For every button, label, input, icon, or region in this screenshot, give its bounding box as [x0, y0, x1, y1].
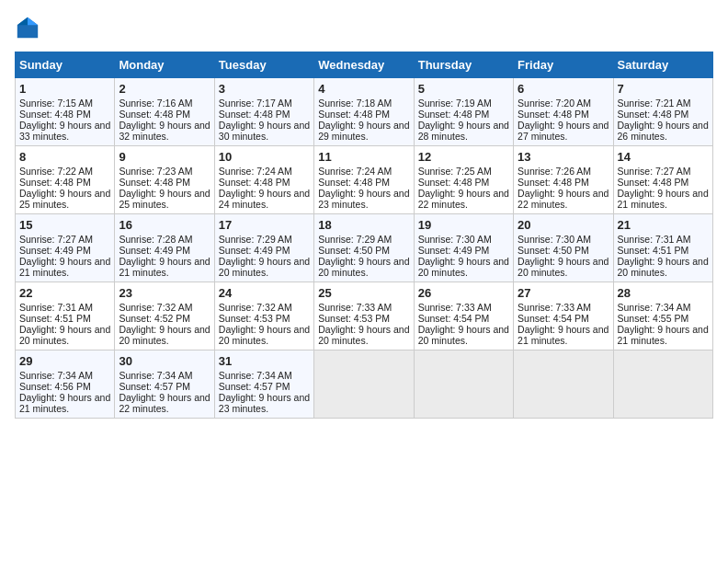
calendar-cell: 2Sunrise: 7:16 AMSunset: 4:48 PMDaylight… — [115, 78, 214, 146]
sunrise-text: Sunrise: 7:29 AM — [219, 234, 292, 245]
calendar-week-row: 22Sunrise: 7:31 AMSunset: 4:51 PMDayligh… — [16, 282, 713, 350]
daylight-text: Daylight: 9 hours and 20 minutes. — [318, 256, 409, 278]
sunset-text: Sunset: 4:49 PM — [19, 245, 91, 256]
calendar-cell: 5Sunrise: 7:19 AMSunset: 4:48 PMDaylight… — [414, 78, 513, 146]
day-number: 27 — [518, 286, 609, 300]
day-number: 24 — [219, 286, 310, 300]
daylight-text: Daylight: 9 hours and 33 minutes. — [19, 120, 110, 142]
sunrise-text: Sunrise: 7:15 AM — [19, 98, 93, 109]
daylight-text: Daylight: 9 hours and 23 minutes. — [219, 392, 310, 414]
day-number: 4 — [318, 82, 409, 96]
daylight-text: Daylight: 9 hours and 25 minutes. — [119, 188, 210, 210]
sunrise-text: Sunrise: 7:22 AM — [19, 166, 93, 177]
sunset-text: Sunset: 4:54 PM — [518, 313, 589, 324]
daylight-text: Daylight: 9 hours and 20 minutes. — [19, 324, 110, 346]
day-number: 12 — [418, 150, 509, 164]
sunset-text: Sunset: 4:48 PM — [19, 177, 91, 188]
sunset-text: Sunset: 4:48 PM — [219, 109, 290, 120]
calendar-cell: 23Sunrise: 7:32 AMSunset: 4:52 PMDayligh… — [115, 282, 214, 350]
day-number: 15 — [19, 218, 110, 232]
sunrise-text: Sunrise: 7:26 AM — [518, 166, 591, 177]
sunset-text: Sunset: 4:51 PM — [618, 245, 689, 256]
calendar-cell: 12Sunrise: 7:25 AMSunset: 4:48 PMDayligh… — [414, 146, 513, 214]
calendar-cell: 27Sunrise: 7:33 AMSunset: 4:54 PMDayligh… — [514, 282, 613, 350]
sunrise-text: Sunrise: 7:20 AM — [518, 98, 591, 109]
sunset-text: Sunset: 4:48 PM — [618, 177, 689, 188]
sunrise-text: Sunrise: 7:34 AM — [618, 302, 691, 313]
sunrise-text: Sunrise: 7:33 AM — [418, 302, 492, 313]
calendar-cell: 29Sunrise: 7:34 AMSunset: 4:56 PMDayligh… — [16, 350, 115, 419]
column-header-friday: Friday — [514, 52, 613, 78]
daylight-text: Daylight: 9 hours and 29 minutes. — [318, 120, 409, 142]
sunrise-text: Sunrise: 7:24 AM — [318, 166, 392, 177]
sunrise-text: Sunrise: 7:33 AM — [318, 302, 392, 313]
sunset-text: Sunset: 4:54 PM — [418, 313, 490, 324]
sunset-text: Sunset: 4:49 PM — [219, 245, 290, 256]
sunrise-text: Sunrise: 7:24 AM — [219, 166, 292, 177]
sunrise-text: Sunrise: 7:23 AM — [119, 166, 192, 177]
daylight-text: Daylight: 9 hours and 22 minutes. — [418, 188, 509, 210]
daylight-text: Daylight: 9 hours and 25 minutes. — [19, 188, 110, 210]
daylight-text: Daylight: 9 hours and 23 minutes. — [318, 188, 409, 210]
sunrise-text: Sunrise: 7:21 AM — [618, 98, 691, 109]
daylight-text: Daylight: 9 hours and 20 minutes. — [618, 256, 709, 278]
sunrise-text: Sunrise: 7:17 AM — [219, 98, 292, 109]
day-number: 28 — [618, 286, 709, 300]
sunset-text: Sunset: 4:52 PM — [119, 313, 190, 324]
daylight-text: Daylight: 9 hours and 28 minutes. — [418, 120, 509, 142]
calendar-cell: 28Sunrise: 7:34 AMSunset: 4:55 PMDayligh… — [613, 282, 712, 350]
sunset-text: Sunset: 4:57 PM — [219, 381, 290, 392]
calendar-cell: 20Sunrise: 7:30 AMSunset: 4:50 PMDayligh… — [514, 214, 613, 282]
sunrise-text: Sunrise: 7:34 AM — [19, 370, 93, 381]
calendar-cell: 1Sunrise: 7:15 AMSunset: 4:48 PMDaylight… — [16, 78, 115, 146]
sunset-text: Sunset: 4:53 PM — [318, 313, 390, 324]
calendar-cell: 3Sunrise: 7:17 AMSunset: 4:48 PMDaylight… — [214, 78, 313, 146]
sunrise-text: Sunrise: 7:30 AM — [518, 234, 591, 245]
calendar-cell: 8Sunrise: 7:22 AMSunset: 4:48 PMDaylight… — [16, 146, 115, 214]
logo-icon — [15, 15, 40, 40]
sunset-text: Sunset: 4:48 PM — [518, 109, 589, 120]
sunset-text: Sunset: 4:50 PM — [318, 245, 390, 256]
column-header-wednesday: Wednesday — [314, 52, 414, 78]
day-number: 3 — [219, 82, 310, 96]
daylight-text: Daylight: 9 hours and 21 minutes. — [618, 324, 709, 346]
day-number: 18 — [318, 218, 409, 232]
day-number: 29 — [19, 354, 110, 368]
daylight-text: Daylight: 9 hours and 21 minutes. — [19, 256, 110, 278]
sunrise-text: Sunrise: 7:33 AM — [518, 302, 591, 313]
day-number: 13 — [518, 150, 609, 164]
calendar-cell: 16Sunrise: 7:28 AMSunset: 4:49 PMDayligh… — [115, 214, 214, 282]
day-number: 31 — [219, 354, 310, 368]
calendar-week-row: 15Sunrise: 7:27 AMSunset: 4:49 PMDayligh… — [16, 214, 713, 282]
daylight-text: Daylight: 9 hours and 30 minutes. — [219, 120, 310, 142]
day-number: 10 — [219, 150, 310, 164]
calendar-cell: 10Sunrise: 7:24 AMSunset: 4:48 PMDayligh… — [214, 146, 313, 214]
page-header — [15, 15, 713, 40]
calendar-cell: 18Sunrise: 7:29 AMSunset: 4:50 PMDayligh… — [314, 214, 414, 282]
calendar-cell: 7Sunrise: 7:21 AMSunset: 4:48 PMDaylight… — [613, 78, 712, 146]
sunrise-text: Sunrise: 7:19 AM — [418, 98, 492, 109]
day-number: 26 — [418, 286, 509, 300]
calendar-header-row: SundayMondayTuesdayWednesdayThursdayFrid… — [16, 52, 713, 78]
sunset-text: Sunset: 4:48 PM — [318, 177, 390, 188]
daylight-text: Daylight: 9 hours and 21 minutes. — [518, 324, 609, 346]
svg-marker-1 — [28, 17, 38, 25]
calendar-cell: 4Sunrise: 7:18 AMSunset: 4:48 PMDaylight… — [314, 78, 414, 146]
daylight-text: Daylight: 9 hours and 27 minutes. — [518, 120, 609, 142]
column-header-sunday: Sunday — [16, 52, 115, 78]
day-number: 7 — [618, 82, 709, 96]
daylight-text: Daylight: 9 hours and 20 minutes. — [219, 256, 310, 278]
sunrise-text: Sunrise: 7:28 AM — [119, 234, 192, 245]
calendar-cell: 25Sunrise: 7:33 AMSunset: 4:53 PMDayligh… — [314, 282, 414, 350]
sunset-text: Sunset: 4:56 PM — [19, 381, 91, 392]
daylight-text: Daylight: 9 hours and 21 minutes. — [19, 392, 110, 414]
calendar-cell: 9Sunrise: 7:23 AMSunset: 4:48 PMDaylight… — [115, 146, 214, 214]
calendar-cell — [613, 350, 712, 419]
calendar-cell — [514, 350, 613, 419]
day-number: 21 — [618, 218, 709, 232]
day-number: 23 — [119, 286, 210, 300]
sunrise-text: Sunrise: 7:18 AM — [318, 98, 392, 109]
day-number: 8 — [19, 150, 110, 164]
day-number: 5 — [418, 82, 509, 96]
day-number: 6 — [518, 82, 609, 96]
